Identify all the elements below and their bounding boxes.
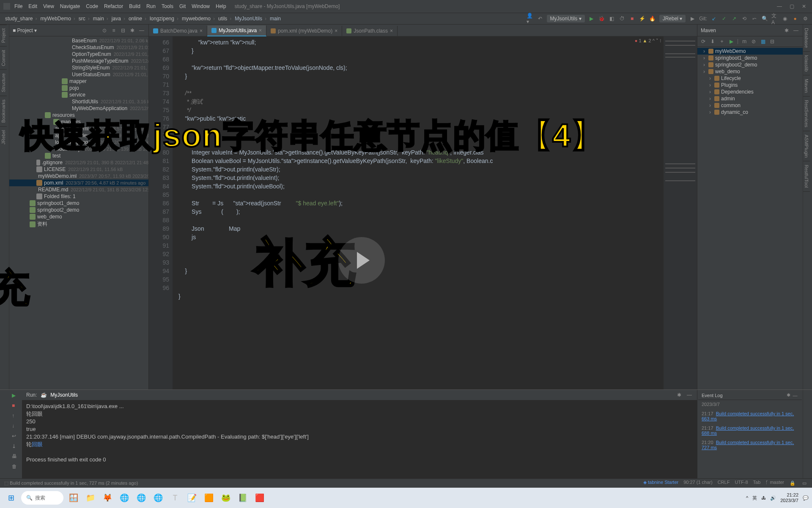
menu-view[interactable]: View — [43, 3, 54, 9]
flame-icon[interactable]: 🔥 — [649, 15, 656, 22]
crumb-1[interactable]: myWebDemo — [38, 16, 77, 22]
tree-item[interactable]: logback-spring.xml2022/12/9 21:01, 5.05 … — [9, 139, 148, 146]
taskbar-app[interactable]: 📗 — [235, 490, 250, 505]
menu-git[interactable]: Git — [179, 3, 186, 9]
stripe-commit[interactable]: Commit — [0, 46, 7, 69]
tree-item[interactable]: UserStatusEnum2022/12/9 21:01, 481 B — [9, 71, 148, 78]
lightning-icon[interactable]: ⚡ — [639, 15, 646, 22]
tree-item[interactable]: LICENSE2022/12/9 21:01, 11.56 kB — [9, 166, 148, 173]
stripe-database[interactable]: Database — [803, 25, 810, 52]
menu-file[interactable]: File — [14, 3, 22, 9]
tree-item[interactable]: MyWebDemoApplication2022/12/9 21:01, 351… — [9, 105, 148, 112]
crumb-3[interactable]: main — [91, 16, 110, 22]
coverage-icon[interactable]: ◧ — [609, 15, 615, 22]
tree-item[interactable]: PushMessageTypeEnum2022/12/9 21:01, 719 … — [9, 58, 148, 64]
tree-item[interactable]: CheckStatusEnum2022/12/9 21:01, 480 B — [9, 44, 148, 51]
maven-item[interactable]: ›Plugins — [697, 82, 803, 88]
system-tray[interactable]: ^ 英 🖧 🔊 21:22 2023/3/7 💬 — [746, 492, 809, 503]
encoding[interactable]: UTF-8 — [735, 480, 748, 486]
maven-item[interactable]: ›springboot2_demo — [697, 61, 803, 68]
close-icon[interactable]: ✕ — [802, 3, 806, 9]
tree-item[interactable]: springboot2_demo — [9, 207, 148, 213]
maven-settings-icon[interactable]: ✱ — [783, 27, 790, 34]
taskbar-app[interactable]: 🦊 — [100, 490, 115, 505]
menu-refactor[interactable]: Refactor — [104, 3, 123, 9]
crumb-7[interactable]: mywebdemo — [180, 16, 217, 22]
translate-icon[interactable]: 文A — [771, 15, 778, 22]
menu-run[interactable]: Run — [146, 3, 156, 9]
history-icon[interactable]: ⟲ — [741, 15, 748, 22]
up-icon[interactable]: ↑ — [12, 413, 19, 420]
start-icon[interactable]: ⊞ — [3, 490, 19, 505]
maven-item[interactable]: ›web_demo — [697, 68, 803, 75]
tree-item[interactable]: resources — [9, 112, 148, 119]
taskbar-search[interactable]: 🔍 搜索 — [21, 491, 63, 505]
taskbar-app[interactable]: 🌐 — [134, 490, 149, 505]
stripe-bookmarks[interactable]: Bookmarks — [0, 96, 7, 126]
git-push-icon[interactable]: ↗ — [731, 15, 738, 22]
editor-tab[interactable]: MyJsonUtils.java× — [207, 25, 266, 36]
soft-wrap-icon[interactable]: ↩ — [12, 433, 19, 441]
back-icon[interactable]: ↶ — [537, 15, 543, 22]
maven-item[interactable]: ›Lifecycle — [697, 75, 803, 82]
scroll-end-icon[interactable]: ⤓ — [12, 443, 19, 451]
taskbar-app[interactable]: 🟥 — [252, 490, 267, 505]
tree-item[interactable]: README.md2022/12/9 21:01, 181 B 2023/2/2… — [9, 186, 148, 193]
eventlog-settings-icon[interactable]: ✱ — [785, 392, 792, 399]
eventlog-hide-icon[interactable]: — — [792, 392, 798, 399]
run-settings-icon[interactable]: ✱ — [676, 392, 683, 398]
search-icon[interactable]: 🔍 — [761, 15, 768, 22]
taskbar-app[interactable]: T — [167, 490, 183, 505]
maven-item[interactable]: ›Dependencies — [697, 88, 803, 95]
stripe-restservices[interactable]: RestServices — [803, 97, 810, 131]
crumb-9[interactable]: MyJsonUtils — [233, 16, 268, 22]
show-deps-icon[interactable]: ▦ — [760, 38, 766, 45]
editor-tab[interactable]: BatchDemo.java× — [149, 26, 207, 36]
crumb-6[interactable]: longzipeng — [148, 16, 180, 22]
generate-icon[interactable]: ⬇ — [709, 38, 716, 45]
user-icon[interactable]: 👤▾ — [527, 15, 533, 22]
tree-item[interactable]: pom.xml2023/3/7 20:56, 4.87 kB 2 minutes… — [9, 179, 148, 186]
maximize-icon[interactable]: ▢ — [790, 3, 794, 9]
jrebel-combo[interactable]: JRebel ▾ — [659, 15, 686, 22]
tray-net-icon[interactable]: 🖧 — [761, 495, 766, 500]
crumb-8[interactable]: utils — [217, 16, 233, 22]
crumb-10[interactable]: main — [268, 16, 283, 22]
tree-item[interactable]: .gitignore2022/12/9 21:01, 390 B 2022/12… — [9, 159, 148, 166]
maven-tree[interactable]: ›myWebDemo›springboot1_demo›springboot2_… — [697, 47, 803, 116]
tray-lang-icon[interactable]: 英 — [752, 495, 757, 501]
stripe-restfultool[interactable]: RestfulTool — [803, 161, 810, 191]
tree-item[interactable]: mappers — [9, 119, 148, 125]
crumb-2[interactable]: src — [77, 16, 91, 22]
expand-all-icon[interactable]: ≡ — [110, 27, 117, 34]
maven-hide-icon[interactable]: — — [793, 27, 799, 34]
menu-window[interactable]: Window — [192, 3, 210, 9]
stripe-asmplugin[interactable]: ASMPlugin — [803, 131, 810, 161]
indent[interactable]: Tab — [753, 480, 761, 486]
profile-icon[interactable]: ⏱ — [619, 15, 625, 22]
select-opened-icon[interactable]: ⊙ — [101, 27, 108, 34]
gear-icon[interactable]: ⚙ — [802, 15, 809, 22]
jrebel-run-icon[interactable]: ▶ — [689, 15, 696, 22]
tree-item[interactable]: web_demo — [9, 213, 148, 220]
inspection-indicator[interactable]: ● 1 ▲ 2 ^ ˅ ⁝ — [635, 38, 661, 44]
rerun-icon[interactable]: ▶ — [12, 392, 19, 400]
taskbar-app[interactable]: 🟧 — [201, 490, 217, 505]
clear-icon[interactable]: 🗑 — [12, 464, 19, 471]
stripe-maven[interactable]: Maven — [803, 75, 810, 97]
taskbar-app[interactable]: 🐸 — [218, 490, 233, 505]
tree-item[interactable]: test — [9, 152, 148, 159]
tree-item[interactable]: service — [9, 91, 148, 98]
editor-tab[interactable]: JsonPath.class× — [342, 26, 398, 36]
tree-item[interactable]: myWebDemo.iml2023/3/7 20:57, 11.93 kB 20… — [9, 173, 148, 179]
git-commit-icon[interactable]: ✓ — [721, 15, 727, 22]
lock-icon[interactable]: 🔒 — [789, 480, 796, 486]
tree-item[interactable]: OptionTypeEnum2022/12/9 21:01, 689 B — [9, 51, 148, 58]
add-icon[interactable]: + — [719, 38, 725, 45]
tree-item[interactable]: BaseEnum2022/12/9 21:01, 2.06 kB 15 minu… — [9, 37, 148, 44]
taskbar-app[interactable]: 🌐 — [117, 490, 132, 505]
taskbar-app[interactable]: 📝 — [184, 490, 200, 505]
stripe-iclasslib[interactable]: Iclasslib — [803, 52, 810, 75]
crumb-0[interactable]: study_share — [3, 16, 38, 22]
crumb-5[interactable]: online — [127, 16, 148, 22]
